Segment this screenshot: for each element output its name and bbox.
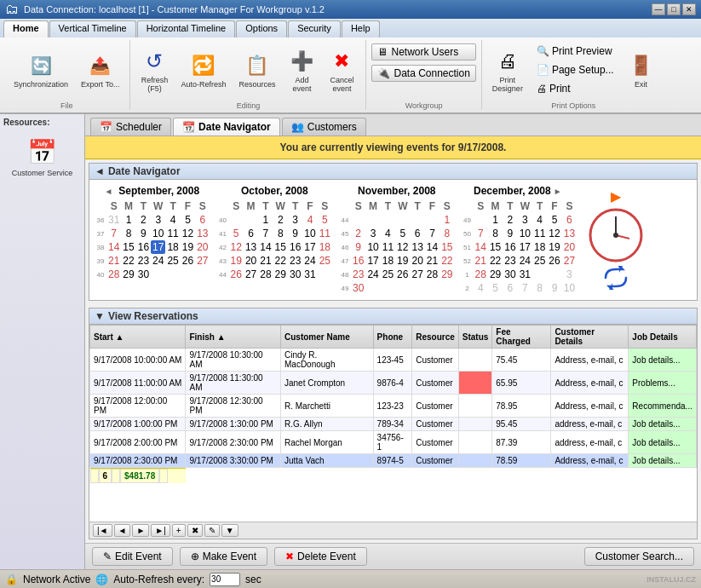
print-preview-button[interactable]: 🔍 Print Preview	[531, 43, 619, 60]
col-phone[interactable]: Phone	[373, 326, 412, 349]
col-job[interactable]: Job Details	[629, 326, 697, 349]
print-designer-button[interactable]: 🖨 PrintDesigner	[487, 44, 528, 96]
page-setup-button[interactable]: 📄 Page Setup...	[531, 61, 619, 78]
tab-scheduler[interactable]: 📅 Scheduler	[90, 118, 171, 135]
table-del-button[interactable]: ✖	[187, 524, 203, 537]
col-start[interactable]: Start ▲	[90, 326, 186, 349]
app-icon: 🗂	[5, 2, 19, 17]
reservations-footer: 6 $481.78	[90, 468, 186, 483]
maximize-button[interactable]: □	[667, 3, 681, 15]
delete-event-button[interactable]: ✖ Delete Event	[274, 547, 367, 566]
date-nav-arrow-prev[interactable]: ◄	[95, 165, 105, 177]
tab-horizontal-timeline[interactable]: Horizontal Timeline	[137, 20, 236, 37]
footer-count-cell	[90, 469, 99, 483]
print-button[interactable]: 🖨 Print	[531, 80, 619, 97]
minimize-button[interactable]: —	[652, 3, 665, 15]
dec-calendar-table: SMTWTFS 49123456 5078910111213 511415161…	[462, 199, 577, 295]
customer-cell: R. Marchetti	[281, 395, 374, 418]
table-prev-button[interactable]: ◄	[114, 524, 131, 537]
dec-month-label: December, 2008	[474, 185, 551, 197]
footer-empty2	[159, 469, 168, 483]
sep-prev-arrow[interactable]: ◄	[101, 187, 115, 196]
table-row[interactable]: 9/17/2008 11:00:00 AM 9/17/2008 11:30:00…	[90, 372, 697, 395]
job-cell: Job details...	[629, 349, 697, 372]
start-cell: 9/17/2008 2:00:00 PM	[90, 431, 186, 454]
cancel-event-button[interactable]: ✖ Cancelevent	[323, 44, 360, 96]
table-row[interactable]: 9/17/2008 1:00:00 PM 9/17/2008 1:30:00 P…	[90, 418, 697, 431]
details-cell: address, e-mail, c	[551, 431, 629, 454]
synchronization-button[interactable]: 🔄 Synchronization	[9, 49, 73, 92]
make-event-button[interactable]: ⊕ Make Event	[180, 547, 267, 566]
table-row[interactable]: 9/17/2008 2:00:00 PM 9/17/2008 2:30:00 P…	[90, 431, 697, 454]
fee-cell: 78.59	[492, 454, 551, 468]
date-nav-title-text: Date Navigator	[108, 165, 181, 177]
edit-event-icon: ✎	[103, 551, 112, 562]
table-filter-button[interactable]: ▼	[221, 524, 238, 537]
phone-cell: 8974-5	[373, 454, 412, 468]
edit-event-label: Edit Event	[115, 551, 162, 562]
dec-next-arrow[interactable]: ►	[551, 187, 565, 196]
calendar-september: ◄ September, 2008 SMTWTFS 3631123456 377…	[95, 185, 210, 295]
table-edit-button[interactable]: ✎	[204, 524, 220, 537]
table-first-button[interactable]: |◄	[93, 524, 112, 537]
sidebar-item-customer-service[interactable]: 📅 Customer Service	[3, 132, 81, 183]
col-status[interactable]: Status	[458, 326, 492, 349]
export-button[interactable]: 📤 Export To...	[76, 49, 124, 92]
col-resource[interactable]: Resource	[412, 326, 459, 349]
add-event-button[interactable]: ➕ Addevent	[283, 44, 320, 96]
customer-search-button[interactable]: Customer Search...	[584, 547, 694, 566]
col-details[interactable]: Customer Details	[551, 326, 629, 349]
tab-security[interactable]: Security	[288, 20, 341, 37]
table-row[interactable]: 9/17/2008 10:00:00 AM 9/17/2008 10:30:00…	[90, 349, 697, 372]
tab-vertical-timeline[interactable]: Vertical Timeline	[49, 20, 136, 37]
tab-customers[interactable]: 👥 Customers	[282, 118, 366, 135]
edit-event-button[interactable]: ✎ Edit Event	[92, 547, 173, 566]
nav-arrow-right[interactable]: ▶	[611, 188, 621, 205]
start-cell: 9/17/2008 2:30:00 PM	[90, 454, 186, 468]
action-bar: ✎ Edit Event ⊕ Make Event ✖ Delete Event…	[85, 543, 701, 569]
auto-refresh-button[interactable]: 🔁 Auto-Refresh	[175, 49, 231, 92]
date-nav-header: ◄ Date Navigator	[89, 164, 697, 180]
table-last-button[interactable]: ►|	[151, 524, 170, 537]
network-users-button[interactable]: 🖥 Network Users	[371, 43, 475, 61]
svg-point-3	[613, 233, 618, 238]
tab-help[interactable]: Help	[342, 20, 380, 37]
tab-date-navigator[interactable]: 📆 Date Navigator	[173, 118, 280, 135]
table-row[interactable]: 9/17/2008 2:30:00 PM 9/17/2008 3:30:00 P…	[90, 454, 697, 468]
start-cell: 9/17/2008 11:00:00 AM	[90, 372, 186, 395]
make-event-label: Make Event	[203, 551, 256, 562]
customer-cell: R.G. Allyn	[281, 418, 374, 431]
table-add-button[interactable]: +	[172, 524, 186, 537]
calendar-december: December, 2008 ► SMTWTFS 49123456 507891…	[462, 185, 577, 295]
refresh-button[interactable]: ↺ Refresh(F5)	[135, 44, 173, 96]
toolbar: 🔄 Synchronization 📤 Export To... File ↺ …	[0, 37, 701, 114]
table-next-button[interactable]: ►	[132, 524, 149, 537]
resources-button[interactable]: 📋 Resources	[233, 49, 280, 92]
res-expand-arrow[interactable]: ▼	[95, 310, 105, 322]
export-icon: 📤	[87, 52, 114, 79]
add-event-label: Addevent	[292, 76, 311, 93]
col-finish[interactable]: Finish ▲	[186, 326, 281, 349]
finish-cell: 9/17/2008 10:30:00 AM	[186, 349, 281, 372]
file-group-label: File	[9, 100, 124, 110]
nov-calendar-table: SMTWTFS 441 452345678 469101112131415 47…	[339, 199, 455, 295]
auto-refresh-input[interactable]	[210, 573, 240, 586]
sync-arrow-svg	[602, 266, 629, 290]
data-connection-label: Data Connection	[394, 67, 469, 79]
tab-options[interactable]: Options	[236, 20, 287, 37]
tab-home[interactable]: Home	[3, 20, 49, 37]
sidebar-title: Resources:	[3, 118, 81, 127]
col-customer[interactable]: Customer Name	[281, 326, 374, 349]
exit-button[interactable]: 🚪 Exit	[623, 49, 660, 92]
data-connection-button[interactable]: 🔌 Data Connection	[371, 65, 475, 82]
sep-header: ◄ September, 2008	[95, 185, 210, 197]
table-row[interactable]: 9/17/2008 12:00:00 PM 9/17/2008 12:30:00…	[90, 395, 697, 418]
reservations-table-scroll[interactable]: Start ▲ Finish ▲ Customer Name Phone Res…	[89, 325, 697, 522]
job-cell: Problems...	[629, 372, 697, 395]
delete-event-label: Delete Event	[297, 551, 356, 562]
col-fee[interactable]: Fee Charged	[492, 326, 551, 349]
network-status: Network Active	[23, 574, 90, 585]
print-designer-icon: 🖨	[494, 48, 521, 75]
close-button[interactable]: ✕	[682, 3, 696, 15]
start-cell: 9/17/2008 1:00:00 PM	[90, 418, 186, 431]
